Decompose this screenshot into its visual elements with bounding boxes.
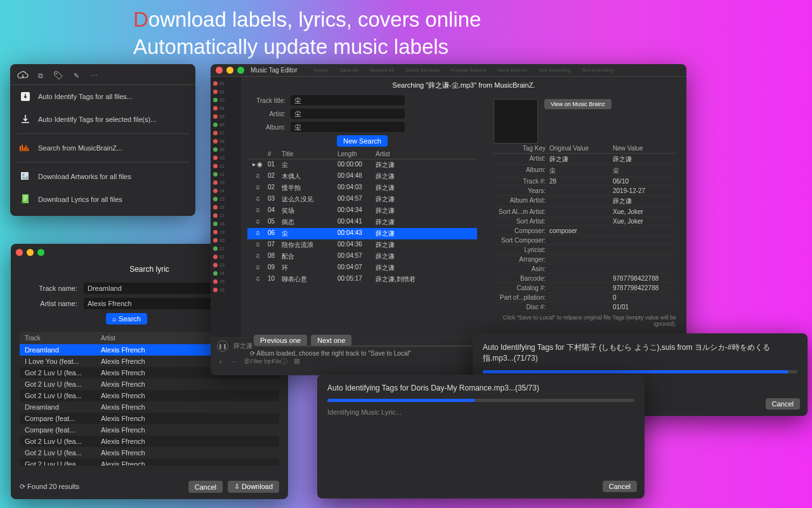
list-item[interactable]: 10 bbox=[213, 154, 239, 161]
list-item[interactable]: 14 bbox=[213, 187, 239, 194]
trash-icon[interactable]: 🗑 bbox=[244, 357, 251, 366]
list-item[interactable]: 01 bbox=[213, 79, 239, 87]
list-item[interactable]: 26 bbox=[213, 286, 239, 293]
table-row[interactable]: Got 2 Luv U (fea...Alexis Ffrench bbox=[20, 378, 279, 390]
cancel-button[interactable]: Cancel bbox=[766, 398, 800, 410]
table-row[interactable]: DreamlandAlexis Ffrench bbox=[20, 401, 279, 413]
edit-icon[interactable]: ✎ bbox=[70, 70, 82, 81]
table-row[interactable]: Got 2 Luv U (fea...Alexis Ffrench bbox=[20, 390, 279, 401]
list-item[interactable]: 02 bbox=[213, 88, 239, 95]
remove-icon[interactable]: － bbox=[230, 357, 237, 366]
table-row[interactable]: ♫05病态00:04:41薛之谦 bbox=[247, 217, 477, 228]
more-icon[interactable]: ⋯ bbox=[88, 70, 100, 81]
list-item[interactable]: 04 bbox=[213, 104, 239, 112]
close-icon[interactable] bbox=[216, 67, 223, 74]
table-row[interactable]: Album Artist:薛之谦 bbox=[494, 196, 676, 207]
list-item[interactable]: 23 bbox=[213, 261, 239, 269]
table-row[interactable]: Catalog #:9787798422788 bbox=[494, 283, 676, 293]
table-row[interactable]: Years:2019-12-27 bbox=[494, 186, 676, 196]
list-item[interactable]: 22 bbox=[213, 253, 239, 260]
list-item[interactable]: 19 bbox=[213, 228, 239, 236]
table-row[interactable]: Barcode:9787798422788 bbox=[494, 274, 676, 283]
table-row[interactable]: ♫02慢半拍00:04:03薛之谦 bbox=[247, 182, 477, 194]
minimize-icon[interactable] bbox=[226, 67, 233, 74]
tag-icon[interactable] bbox=[52, 70, 65, 81]
menu-download-artworks[interactable]: Download Artworks for all files bbox=[10, 165, 195, 188]
list-item[interactable]: 08 bbox=[213, 137, 239, 145]
table-row[interactable]: Got 2 Luv U (fea...Alexis Ffrench bbox=[20, 458, 279, 465]
table-row[interactable]: Sort Al...m Artist:Xue, Joker bbox=[494, 207, 676, 217]
table-row[interactable]: ♫03这么久没见00:04:57薛之谦 bbox=[247, 194, 477, 205]
toolbar-item[interactable]: Popular Actions bbox=[447, 67, 490, 73]
list-item[interactable]: 13 bbox=[213, 178, 239, 186]
info-icon[interactable]: ⓘ bbox=[280, 357, 287, 366]
zoom-icon[interactable] bbox=[237, 67, 244, 74]
cloud-icon[interactable] bbox=[16, 70, 29, 81]
table-row[interactable]: Disc #:01/01 bbox=[494, 302, 676, 312]
table-row[interactable]: Sort Artist:Xue, Joker bbox=[494, 217, 676, 226]
artist-input[interactable] bbox=[291, 109, 405, 119]
table-row[interactable]: Sort Composer: bbox=[494, 236, 676, 245]
table-row[interactable]: Album:尘尘 bbox=[494, 165, 676, 177]
list-item[interactable]: 18 bbox=[213, 220, 239, 227]
list-item[interactable]: 06 bbox=[213, 121, 239, 128]
list-item[interactable]: 21 bbox=[213, 244, 239, 252]
table-row[interactable]: Composer:composer bbox=[494, 226, 676, 236]
table-row[interactable]: Got 2 Luv U (fea...Alexis Ffrench bbox=[20, 447, 279, 458]
menu-auto-identify-all[interactable]: Auto Identify Tags for all files... bbox=[10, 85, 195, 108]
minimize-icon[interactable] bbox=[27, 249, 34, 256]
table-row[interactable]: Part of...pilation:0 bbox=[494, 293, 676, 302]
list-item[interactable]: 15 bbox=[213, 195, 239, 203]
col-track[interactable]: Track bbox=[25, 335, 101, 342]
table-row[interactable]: Got 2 Luv U (fea...Alexis Ffrench bbox=[20, 436, 279, 447]
toolbar-item[interactable]: Save All bbox=[336, 67, 362, 73]
list-item[interactable]: 09 bbox=[213, 145, 239, 153]
search-icon[interactable]: ⌕ bbox=[257, 357, 261, 366]
zoom-icon[interactable] bbox=[37, 249, 44, 256]
menu-auto-identify-selected[interactable]: Auto Identify Tags for selected file(s).… bbox=[10, 108, 195, 131]
list-item[interactable]: 03 bbox=[213, 96, 239, 104]
col-artist[interactable]: Artist bbox=[101, 335, 115, 342]
table-row[interactable]: ♫07陪你去流浪00:04:36薛之谦 bbox=[247, 239, 477, 251]
download-button[interactable]: ⇩ Download bbox=[228, 481, 279, 493]
folder-icon[interactable]: ▭ bbox=[268, 357, 274, 366]
table-row[interactable]: Asin: bbox=[494, 264, 676, 274]
table-row[interactable]: Artist:薛之谦薛之谦 bbox=[494, 154, 676, 165]
cover-placeholder[interactable] bbox=[494, 99, 538, 144]
close-icon[interactable] bbox=[16, 249, 23, 256]
list-item[interactable]: 16 bbox=[213, 203, 239, 211]
toolbar-item[interactable]: Restore All bbox=[365, 67, 398, 73]
search-button[interactable]: ⌕ Search bbox=[106, 313, 147, 324]
table-row[interactable]: ♫08配合00:04:57薛之谦 bbox=[247, 251, 477, 262]
new-search-button[interactable]: New Search bbox=[337, 135, 388, 147]
rename-icon[interactable]: ⧉ bbox=[34, 70, 47, 81]
toolbar-item[interactable]: Text Encoding bbox=[535, 67, 574, 73]
cancel-button[interactable]: Cancel bbox=[603, 481, 637, 492]
list-item[interactable]: 25 bbox=[213, 277, 239, 285]
album-input[interactable] bbox=[291, 122, 405, 132]
toolbar-item[interactable]: Import bbox=[310, 67, 332, 73]
menu-search-musicbrainz[interactable]: Search from MusicBrainZ... bbox=[10, 137, 195, 159]
grid-icon[interactable]: ▦ bbox=[294, 357, 300, 366]
menu-download-lyrics[interactable]: Download Lyrics for all files bbox=[10, 188, 195, 211]
table-row[interactable]: Compare (feat...Alexis Ffrench bbox=[20, 413, 279, 424]
view-musicbrainz-button[interactable]: View on Music Brainz bbox=[544, 99, 612, 109]
play-pause-button[interactable]: ❚❚ bbox=[217, 340, 228, 352]
list-item[interactable]: 11 bbox=[213, 162, 239, 170]
table-row[interactable]: Lyricist: bbox=[494, 245, 676, 255]
table-row[interactable]: Arranger: bbox=[494, 255, 676, 264]
table-row[interactable]: ♫10聊表心意00:05:17薛之谦,刘惜君 bbox=[247, 274, 477, 285]
table-row[interactable]: ▸ ◉01尘00:00:00薛之谦 bbox=[247, 159, 477, 171]
table-row[interactable]: ♫04笑场00:04:34薛之谦 bbox=[247, 205, 477, 217]
table-row[interactable]: ♫06尘00:04:43薛之谦 bbox=[247, 228, 477, 239]
add-icon[interactable]: ＋ bbox=[217, 357, 224, 366]
table-row[interactable]: ♫02木偶人00:04:48薛之谦 bbox=[247, 171, 477, 182]
toolbar-item[interactable]: Cloud Services bbox=[402, 67, 443, 73]
list-item[interactable]: 12 bbox=[213, 170, 239, 178]
table-row[interactable]: ♫09环00:04:07薛之谦 bbox=[247, 262, 477, 274]
table-row[interactable]: Track #:2806/10 bbox=[494, 177, 676, 186]
list-item[interactable]: 20 bbox=[213, 236, 239, 244]
toolbar-item[interactable]: More Actions bbox=[494, 67, 530, 73]
previous-button[interactable]: Previous one bbox=[254, 335, 307, 346]
list-item[interactable]: 07 bbox=[213, 129, 239, 137]
